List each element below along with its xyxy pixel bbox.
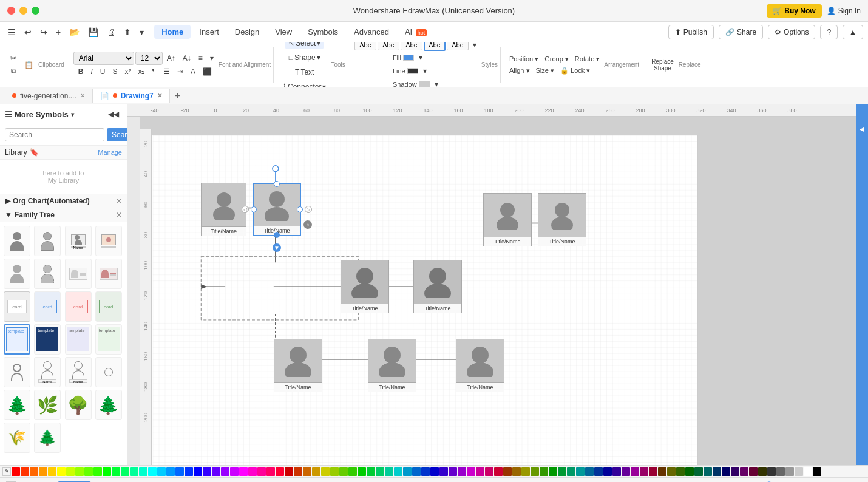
- paragraph-btn[interactable]: ¶: [149, 66, 158, 78]
- shape-tool-btn[interactable]: □ Shape ▾: [286, 52, 324, 64]
- palette-swatch[interactable]: [622, 467, 630, 476]
- indent-btn[interactable]: ⇥: [174, 66, 186, 78]
- doc-tab-2-close[interactable]: ✕: [157, 92, 162, 99]
- section-org-chart[interactable]: ▶ Org Chart(Automated) ✕: [0, 194, 127, 208]
- undo-icon[interactable]: ↩: [21, 25, 35, 39]
- sidebar-toggle-icon[interactable]: ☰: [5, 25, 19, 39]
- style-preset-3[interactable]: Abc: [401, 42, 422, 50]
- palette-swatch[interactable]: [385, 467, 393, 476]
- palette-swatch[interactable]: [640, 467, 648, 476]
- section-family-tree[interactable]: ▼ Family Tree ✕: [0, 208, 127, 222]
- close-btn[interactable]: [7, 7, 15, 15]
- palette-swatch[interactable]: [239, 467, 248, 476]
- options-button[interactable]: ⚙ Options: [768, 25, 815, 39]
- palette-swatch[interactable]: [540, 467, 548, 476]
- doc-tab-2[interactable]: 📄 Drawing7 ✕: [93, 89, 170, 103]
- search-button[interactable]: Search: [107, 128, 127, 141]
- palette-swatch[interactable]: [48, 467, 56, 476]
- palette-swatch[interactable]: [330, 467, 339, 476]
- palette-swatch[interactable]: [203, 467, 211, 476]
- palette-swatch[interactable]: [458, 467, 466, 476]
- tab-design[interactable]: Design: [228, 25, 266, 39]
- palette-swatch[interactable]: [558, 467, 566, 476]
- symbol-8[interactable]: [95, 259, 122, 289]
- open-icon[interactable]: 📂: [66, 25, 83, 39]
- palette-swatch[interactable]: [312, 467, 320, 476]
- palette-swatch[interactable]: [185, 467, 193, 476]
- tab-ai[interactable]: AI hot: [398, 25, 434, 39]
- ft-node-7[interactable]: Title/Name: [274, 339, 322, 392]
- palette-swatch[interactable]: [394, 467, 402, 476]
- palette-swatch[interactable]: [512, 467, 521, 476]
- list-btn[interactable]: ☰: [160, 66, 173, 78]
- sign-in-button[interactable]: 👤 Sign In: [827, 7, 861, 15]
- palette-swatch[interactable]: [576, 467, 585, 476]
- palette-swatch[interactable]: [403, 467, 412, 476]
- palette-swatch[interactable]: [430, 467, 439, 476]
- palette-swatch[interactable]: [531, 467, 539, 476]
- symbol-tree-1[interactable]: 🌲: [4, 390, 30, 420]
- symbol-15[interactable]: template: [65, 324, 92, 355]
- handle-right[interactable]: [297, 206, 303, 212]
- cut-button[interactable]: ✂: [7, 52, 19, 64]
- palette-swatch[interactable]: [139, 467, 147, 476]
- palette-swatch[interactable]: [412, 467, 421, 476]
- palette-swatch[interactable]: [594, 467, 603, 476]
- palette-swatch[interactable]: [75, 467, 84, 476]
- add-document-button[interactable]: +: [170, 89, 185, 103]
- palette-swatch[interactable]: [740, 467, 748, 476]
- palette-swatch[interactable]: [685, 467, 694, 476]
- align-btn[interactable]: ≡: [195, 52, 206, 64]
- palette-swatch[interactable]: [121, 467, 129, 476]
- symbol-7[interactable]: [65, 259, 92, 289]
- palette-swatch[interactable]: [175, 467, 184, 476]
- palette-swatch[interactable]: [130, 467, 138, 476]
- palette-swatch[interactable]: [758, 467, 767, 476]
- print-icon[interactable]: 🖨: [104, 25, 118, 39]
- palette-swatch[interactable]: [294, 467, 302, 476]
- palette-swatch[interactable]: [84, 467, 93, 476]
- fill-color-swatch[interactable]: [403, 55, 414, 61]
- symbol-icon-1[interactable]: 🌾: [4, 423, 30, 453]
- redo-icon[interactable]: ↪: [37, 25, 50, 39]
- share-button[interactable]: 🔗 Share: [719, 25, 763, 39]
- symbol-13[interactable]: template: [4, 324, 30, 355]
- palette-swatch[interactable]: [704, 467, 712, 476]
- palette-swatch[interactable]: [667, 467, 676, 476]
- palette-swatch[interactable]: [348, 467, 357, 476]
- palette-swatch[interactable]: [503, 467, 512, 476]
- search-input[interactable]: [5, 128, 104, 141]
- style-preset-4[interactable]: Abc: [424, 42, 446, 51]
- palette-swatch[interactable]: [39, 467, 47, 476]
- palette-swatch[interactable]: [449, 467, 457, 476]
- minimize-btn[interactable]: [19, 7, 27, 15]
- new-tab-icon[interactable]: +: [53, 25, 64, 39]
- palette-swatch[interactable]: [631, 467, 639, 476]
- strikethrough-btn[interactable]: S: [109, 66, 120, 78]
- palette-swatch[interactable]: [767, 467, 776, 476]
- palette-swatch[interactable]: [276, 467, 284, 476]
- symbol-16[interactable]: template: [95, 324, 122, 355]
- buy-now-button[interactable]: 🛒 Buy Now: [767, 4, 821, 18]
- doc-tab-1-close[interactable]: ✕: [80, 92, 85, 99]
- palette-swatch[interactable]: [21, 467, 29, 476]
- palette-swatch[interactable]: [485, 467, 493, 476]
- palette-swatch[interactable]: [494, 467, 503, 476]
- ft-node-8[interactable]: Title/Name: [368, 339, 416, 392]
- palette-swatch[interactable]: [749, 467, 758, 476]
- palette-swatch[interactable]: [713, 467, 721, 476]
- font-family-select[interactable]: Arial: [73, 52, 134, 65]
- doc-tab-1[interactable]: five-generation.... ✕: [5, 89, 93, 103]
- bold-btn[interactable]: B: [75, 66, 87, 78]
- fill-more-btn[interactable]: ▾: [416, 52, 426, 64]
- styles-more-btn[interactable]: ▾: [470, 42, 480, 51]
- palette-swatch[interactable]: [285, 467, 293, 476]
- palette-swatch[interactable]: [439, 467, 448, 476]
- underline-btn[interactable]: U: [97, 66, 109, 78]
- ft-node-1[interactable]: Title/Name: [201, 183, 246, 236]
- quick-connect-left[interactable]: ◁: [242, 206, 249, 213]
- palette-swatch[interactable]: [549, 467, 557, 476]
- ft-node-3[interactable]: Title/Name: [483, 193, 532, 246]
- rotate-btn[interactable]: Rotate ▾: [572, 54, 602, 64]
- palette-swatch[interactable]: [813, 467, 821, 476]
